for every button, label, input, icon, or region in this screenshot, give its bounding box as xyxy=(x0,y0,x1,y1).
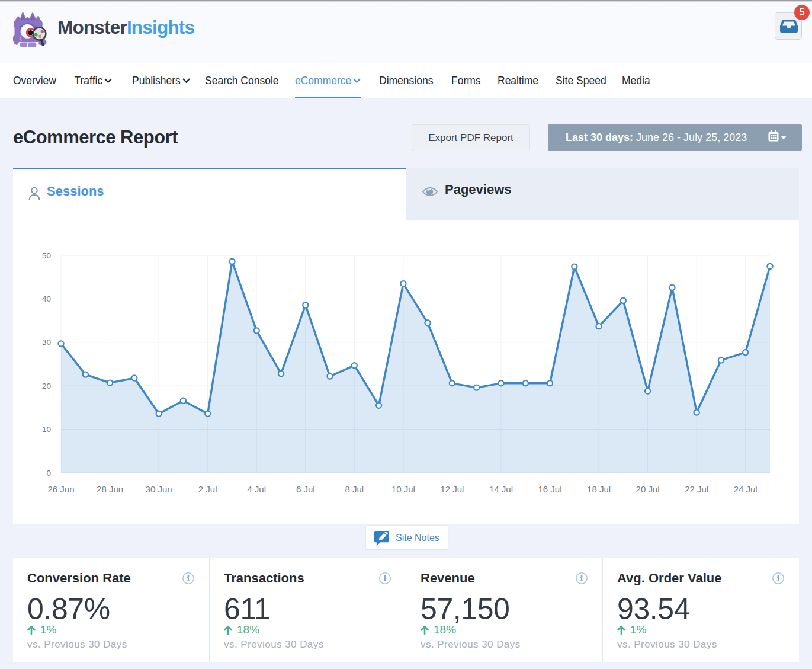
svg-text:0: 0 xyxy=(46,469,51,478)
svg-text:22 Jul: 22 Jul xyxy=(685,484,708,494)
svg-text:18 Jul: 18 Jul xyxy=(587,484,611,494)
svg-text:2 Jul: 2 Jul xyxy=(198,484,217,494)
svg-text:30 Jun: 30 Jun xyxy=(146,484,172,494)
svg-text:10: 10 xyxy=(42,425,51,434)
svg-text:50: 50 xyxy=(42,251,51,260)
svg-text:16 Jul: 16 Jul xyxy=(538,484,561,494)
svg-text:4 Jul: 4 Jul xyxy=(247,484,266,494)
svg-text:8 Jul: 8 Jul xyxy=(345,484,364,494)
svg-text:40: 40 xyxy=(42,295,51,303)
svg-text:14 Jul: 14 Jul xyxy=(489,484,513,494)
svg-text:26 Jun: 26 Jun xyxy=(47,484,74,494)
svg-text:20 Jul: 20 Jul xyxy=(636,484,660,494)
svg-text:30: 30 xyxy=(42,338,51,347)
svg-text:12 Jul: 12 Jul xyxy=(440,484,464,494)
svg-text:20: 20 xyxy=(42,382,51,390)
svg-text:10 Jul: 10 Jul xyxy=(391,484,415,494)
svg-text:6 Jul: 6 Jul xyxy=(296,484,315,494)
svg-text:28 Jun: 28 Jun xyxy=(97,484,123,494)
svg-text:24 Jul: 24 Jul xyxy=(734,484,758,494)
